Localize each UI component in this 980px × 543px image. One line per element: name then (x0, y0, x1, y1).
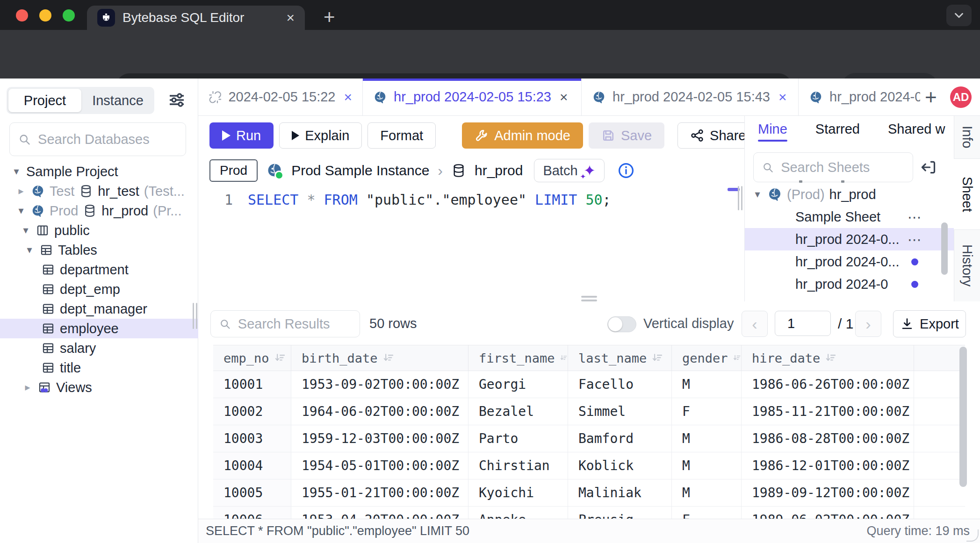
tab-starred[interactable]: Starred (815, 121, 860, 142)
info-icon[interactable] (618, 162, 634, 179)
sheet-item-selected[interactable]: hr_prod 2024-0... ⋯ (745, 228, 954, 250)
table-cell[interactable]: 10002 (213, 398, 291, 425)
batch-button[interactable]: Batch ✦ (534, 159, 605, 182)
database-search[interactable] (9, 122, 186, 156)
explain-button[interactable]: Explain (279, 122, 362, 149)
table-cell[interactable]: Koblick (568, 452, 672, 479)
table-cell[interactable]: M (672, 425, 742, 452)
tree-item-hr-test[interactable]: ▸ Test hr_test (Test... (0, 181, 198, 201)
table-cell[interactable]: Chirstian (468, 452, 568, 479)
tab-close-icon[interactable]: × (286, 10, 295, 26)
export-button[interactable]: Export (893, 310, 966, 337)
table-cell[interactable]: 10005 (213, 479, 291, 506)
results-resize-handle[interactable] (581, 296, 597, 303)
table-cell[interactable]: Parto (468, 425, 568, 452)
sheet-tab-1[interactable]: 2024-02-05 15:22 × (198, 79, 363, 115)
save-button[interactable]: Save (589, 122, 664, 149)
sql-statement[interactable]: SELECT * FROM "public"."employee" LIMIT … (248, 192, 611, 208)
page-number-input[interactable] (775, 311, 831, 336)
tab-info[interactable]: Info (954, 116, 980, 159)
caret-down-icon[interactable]: ▾ (21, 224, 31, 236)
tree-item-table-dept-manager[interactable]: dept_manager (0, 299, 198, 319)
tab-history[interactable]: History (954, 230, 980, 301)
table-cell[interactable]: Preusig (568, 507, 672, 519)
tree-item-sample-project[interactable]: ▾ Sample Project (0, 162, 198, 181)
sheet-connection-row[interactable]: ▾ (Prod) hr_prod (745, 183, 954, 206)
browser-tab[interactable]: Bytebase SQL Editor × (87, 6, 305, 30)
table-cell[interactable]: M (672, 371, 742, 398)
search-databases-input[interactable] (37, 131, 177, 148)
close-tab-icon[interactable]: × (560, 89, 568, 105)
tree-item-views-group[interactable]: ▸ Views (0, 378, 198, 397)
user-avatar[interactable]: AD (950, 86, 972, 108)
column-header-hire_date[interactable]: hire_date (742, 345, 914, 371)
table-cell[interactable]: 1954-05-01T00:00:00Z (291, 452, 468, 479)
tree-item-schema-public[interactable]: ▾ public (0, 221, 198, 240)
tab-sheet-active[interactable]: Sheet (954, 159, 980, 230)
table-cell[interactable]: Facello (568, 371, 672, 398)
table-cell[interactable]: 1953-04-20T00:00:00Z (291, 507, 468, 519)
vertical-display-toggle[interactable] (607, 316, 636, 332)
table-cell[interactable]: 10003 (213, 425, 291, 452)
caret-right-icon[interactable]: ▸ (22, 381, 33, 393)
column-header-last_name[interactable]: last_name (568, 345, 672, 371)
database-name[interactable]: hr_prod (475, 163, 523, 179)
caret-down-icon[interactable]: ▾ (16, 205, 26, 217)
table-cell[interactable]: F (672, 507, 742, 519)
table-cell[interactable]: Bamford (568, 425, 672, 452)
table-cell[interactable]: 10004 (213, 452, 291, 479)
table-cell[interactable]: M (672, 452, 742, 479)
table-cell[interactable]: 1959-12-03T00:00:00Z (291, 425, 468, 452)
sheet-menu-icon[interactable]: ⋯ (908, 209, 922, 225)
window-close-button[interactable] (16, 9, 28, 21)
format-button[interactable]: Format (368, 122, 436, 149)
tab-project[interactable]: Project (8, 89, 81, 112)
tab-shared-with-me[interactable]: Shared w (888, 121, 945, 142)
caret-down-icon[interactable]: ▾ (11, 165, 22, 178)
table-cell[interactable]: 1986-12-01T00:00:00Z (742, 452, 914, 479)
table-cell[interactable]: Maliniak (568, 479, 672, 506)
tree-item-table-title[interactable]: title (0, 358, 198, 378)
table-cell[interactable]: Anneke (468, 507, 568, 519)
column-header-gender[interactable]: gender (672, 345, 742, 371)
caret-down-icon[interactable]: ▾ (24, 244, 35, 256)
table-cell[interactable]: Simmel (568, 398, 672, 425)
environment-badge[interactable]: Prod (209, 159, 258, 182)
caret-right-icon[interactable]: ▸ (16, 185, 26, 197)
tab-instance[interactable]: Instance (81, 93, 154, 108)
filter-sliders-icon[interactable] (167, 91, 186, 109)
column-header-birth_date[interactable]: birth_date (291, 345, 468, 371)
table-cell[interactable]: 1989-09-12T00:00:00Z (742, 479, 914, 506)
sort-icon[interactable] (651, 352, 663, 364)
table-cell[interactable]: 10006 (213, 507, 291, 519)
sql-editor[interactable]: 1 SELECT * FROM "public"."employee" LIMI… (198, 186, 744, 301)
sheet-list-scrollbar[interactable] (941, 222, 948, 275)
window-zoom-button[interactable] (63, 9, 75, 21)
table-cell[interactable]: 1986-06-26T00:00:00Z (742, 371, 914, 398)
table-cell[interactable]: 1985-11-21T00:00:00Z (742, 398, 914, 425)
table-scrollbar[interactable] (959, 347, 967, 487)
sheet-menu-icon[interactable]: ⋯ (908, 231, 922, 248)
tree-item-tables-group[interactable]: ▾ Tables (0, 240, 198, 260)
admin-mode-button[interactable]: Admin mode (462, 122, 583, 149)
sheet-search[interactable] (753, 152, 913, 182)
table-cell[interactable]: 1964-06-02T00:00:00Z (291, 398, 468, 425)
tab-mine[interactable]: Mine (758, 121, 787, 142)
sheet-tab-2-active[interactable]: hr_prod 2024-02-05 15:23 × (363, 79, 582, 115)
sidebar-resize-handle[interactable] (193, 303, 197, 329)
caret-down-icon[interactable]: ▾ (752, 188, 763, 200)
collapse-panel-icon[interactable] (920, 159, 937, 176)
column-header-emp_no[interactable]: emp_no (213, 345, 291, 371)
table-cell[interactable]: Kyoichi (468, 479, 568, 506)
tree-item-hr-prod[interactable]: ▾ Prod hr_prod (Pr... (0, 201, 198, 221)
table-cell[interactable]: 1989-06-02T00:00:00Z (742, 507, 914, 519)
tree-item-table-salary[interactable]: salary (0, 338, 198, 358)
panel-resize-handle[interactable] (738, 186, 742, 210)
sort-icon[interactable] (733, 352, 741, 364)
close-tab-icon[interactable]: × (778, 89, 787, 105)
table-cell[interactable]: M (672, 479, 742, 506)
new-browser-tab-button[interactable]: + (324, 7, 335, 27)
add-sheet-button[interactable]: + (925, 86, 937, 109)
search-results-input[interactable] (237, 316, 351, 332)
sheet-tab-3[interactable]: hr_prod 2024-02-05 15:43 × (582, 79, 799, 115)
